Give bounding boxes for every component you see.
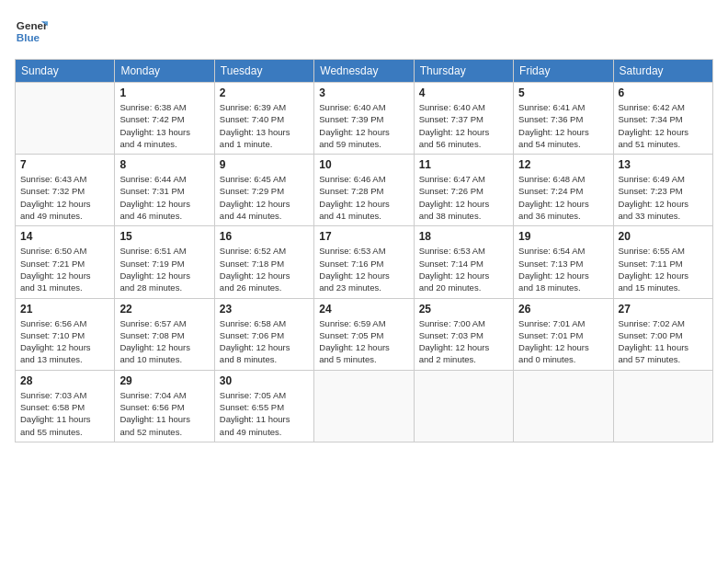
day-number: 29 [119, 374, 209, 387]
calendar-cell: 2Sunrise: 6:39 AM Sunset: 7:40 PM Daylig… [214, 83, 313, 155]
calendar-cell [514, 370, 613, 442]
calendar-cell [314, 370, 414, 442]
day-number: 1 [119, 86, 209, 99]
header-thursday: Thursday [414, 60, 513, 83]
calendar-cell: 4Sunrise: 6:40 AM Sunset: 7:37 PM Daylig… [414, 83, 513, 155]
day-info: Sunrise: 6:59 AM Sunset: 7:05 PM Dayligh… [319, 317, 408, 366]
day-number: 15 [119, 230, 209, 243]
header-sunday: Sunday [16, 60, 115, 83]
day-info: Sunrise: 6:50 AM Sunset: 7:21 PM Dayligh… [20, 245, 109, 293]
day-info: Sunrise: 7:00 AM Sunset: 7:03 PM Dayligh… [419, 317, 508, 366]
calendar-cell: 16Sunrise: 6:52 AM Sunset: 7:18 PM Dayli… [214, 226, 313, 298]
day-number: 17 [319, 230, 408, 243]
day-number: 21 [20, 303, 109, 316]
header-tuesday: Tuesday [214, 60, 313, 83]
calendar-cell: 13Sunrise: 6:49 AM Sunset: 7:23 PM Dayli… [613, 155, 712, 226]
day-info: Sunrise: 6:57 AM Sunset: 7:08 PM Dayligh… [119, 317, 209, 366]
day-number: 22 [119, 303, 209, 316]
calendar-cell: 6Sunrise: 6:42 AM Sunset: 7:34 PM Daylig… [613, 83, 712, 155]
day-number: 13 [619, 158, 708, 171]
week-row-4: 21Sunrise: 6:56 AM Sunset: 7:10 PM Dayli… [16, 298, 713, 370]
day-number: 8 [119, 158, 209, 171]
week-row-3: 14Sunrise: 6:50 AM Sunset: 7:21 PM Dayli… [16, 226, 713, 298]
weekday-header-row: SundayMondayTuesdayWednesdayThursdayFrid… [16, 60, 713, 83]
day-info: Sunrise: 6:52 AM Sunset: 7:18 PM Dayligh… [220, 245, 309, 293]
calendar-cell: 15Sunrise: 6:51 AM Sunset: 7:19 PM Dayli… [115, 226, 214, 298]
week-row-5: 28Sunrise: 7:03 AM Sunset: 6:58 PM Dayli… [16, 370, 713, 442]
day-info: Sunrise: 6:54 AM Sunset: 7:13 PM Dayligh… [518, 245, 608, 293]
day-number: 23 [220, 303, 309, 316]
calendar-cell: 1Sunrise: 6:38 AM Sunset: 7:42 PM Daylig… [115, 83, 214, 155]
day-info: Sunrise: 6:44 AM Sunset: 7:31 PM Dayligh… [119, 173, 209, 222]
calendar-cell: 9Sunrise: 6:45 AM Sunset: 7:29 PM Daylig… [214, 155, 313, 226]
day-number: 4 [419, 86, 508, 99]
day-info: Sunrise: 6:39 AM Sunset: 7:40 PM Dayligh… [220, 101, 309, 150]
calendar-cell: 23Sunrise: 6:58 AM Sunset: 7:06 PM Dayli… [214, 298, 313, 370]
day-info: Sunrise: 7:03 AM Sunset: 6:58 PM Dayligh… [20, 389, 109, 438]
day-number: 16 [220, 230, 309, 243]
calendar-cell: 14Sunrise: 6:50 AM Sunset: 7:21 PM Dayli… [16, 226, 115, 298]
day-number: 7 [20, 158, 109, 171]
week-row-1: 1Sunrise: 6:38 AM Sunset: 7:42 PM Daylig… [16, 83, 713, 155]
logo: General Blue [15, 15, 48, 48]
day-info: Sunrise: 6:38 AM Sunset: 7:42 PM Dayligh… [119, 101, 209, 150]
svg-text:General: General [17, 19, 48, 31]
day-info: Sunrise: 6:42 AM Sunset: 7:34 PM Dayligh… [619, 101, 708, 150]
calendar-cell [613, 370, 712, 442]
day-number: 3 [319, 86, 408, 99]
calendar-cell: 8Sunrise: 6:44 AM Sunset: 7:31 PM Daylig… [115, 155, 214, 226]
day-number: 11 [419, 158, 508, 171]
day-number: 25 [419, 303, 508, 316]
calendar-cell [414, 370, 513, 442]
calendar-cell: 7Sunrise: 6:43 AM Sunset: 7:32 PM Daylig… [16, 155, 115, 226]
day-info: Sunrise: 7:02 AM Sunset: 7:00 PM Dayligh… [619, 317, 708, 366]
day-info: Sunrise: 6:56 AM Sunset: 7:10 PM Dayligh… [20, 317, 109, 366]
calendar-cell: 10Sunrise: 6:46 AM Sunset: 7:28 PM Dayli… [314, 155, 414, 226]
day-info: Sunrise: 6:55 AM Sunset: 7:11 PM Dayligh… [619, 245, 708, 293]
day-info: Sunrise: 6:49 AM Sunset: 7:23 PM Dayligh… [619, 173, 708, 222]
calendar-cell: 17Sunrise: 6:53 AM Sunset: 7:16 PM Dayli… [314, 226, 414, 298]
day-number: 14 [20, 230, 109, 243]
day-info: Sunrise: 6:43 AM Sunset: 7:32 PM Dayligh… [20, 173, 109, 222]
calendar-cell: 11Sunrise: 6:47 AM Sunset: 7:26 PM Dayli… [414, 155, 513, 226]
day-number: 30 [220, 374, 309, 387]
day-number: 20 [619, 230, 708, 243]
calendar-cell: 30Sunrise: 7:05 AM Sunset: 6:55 PM Dayli… [214, 370, 313, 442]
day-info: Sunrise: 7:04 AM Sunset: 6:56 PM Dayligh… [119, 389, 209, 438]
day-info: Sunrise: 6:58 AM Sunset: 7:06 PM Dayligh… [220, 317, 309, 366]
calendar-cell: 21Sunrise: 6:56 AM Sunset: 7:10 PM Dayli… [16, 298, 115, 370]
calendar-cell: 27Sunrise: 7:02 AM Sunset: 7:00 PM Dayli… [613, 298, 712, 370]
day-number: 10 [319, 158, 408, 171]
header-wednesday: Wednesday [314, 60, 414, 83]
calendar-cell: 22Sunrise: 6:57 AM Sunset: 7:08 PM Dayli… [115, 298, 214, 370]
week-row-2: 7Sunrise: 6:43 AM Sunset: 7:32 PM Daylig… [16, 155, 713, 226]
day-info: Sunrise: 6:40 AM Sunset: 7:37 PM Dayligh… [419, 101, 508, 150]
day-number: 27 [619, 303, 708, 316]
logo-icon: General Blue [15, 15, 48, 48]
day-info: Sunrise: 7:05 AM Sunset: 6:55 PM Dayligh… [220, 389, 309, 438]
calendar-cell: 26Sunrise: 7:01 AM Sunset: 7:01 PM Dayli… [514, 298, 613, 370]
day-number: 19 [518, 230, 608, 243]
day-number: 18 [419, 230, 508, 243]
day-number: 26 [518, 303, 608, 316]
calendar-cell: 24Sunrise: 6:59 AM Sunset: 7:05 PM Dayli… [314, 298, 414, 370]
day-number: 12 [518, 158, 608, 171]
calendar-cell: 5Sunrise: 6:41 AM Sunset: 7:36 PM Daylig… [514, 83, 613, 155]
day-info: Sunrise: 6:47 AM Sunset: 7:26 PM Dayligh… [419, 173, 508, 222]
calendar-cell: 12Sunrise: 6:48 AM Sunset: 7:24 PM Dayli… [514, 155, 613, 226]
calendar-cell: 28Sunrise: 7:03 AM Sunset: 6:58 PM Dayli… [16, 370, 115, 442]
page-header: General Blue [15, 15, 713, 48]
day-info: Sunrise: 6:46 AM Sunset: 7:28 PM Dayligh… [319, 173, 408, 222]
calendar-table: SundayMondayTuesdayWednesdayThursdayFrid… [15, 59, 713, 442]
day-info: Sunrise: 6:45 AM Sunset: 7:29 PM Dayligh… [220, 173, 309, 222]
day-info: Sunrise: 7:01 AM Sunset: 7:01 PM Dayligh… [518, 317, 608, 366]
calendar-cell: 19Sunrise: 6:54 AM Sunset: 7:13 PM Dayli… [514, 226, 613, 298]
day-number: 5 [518, 86, 608, 99]
header-saturday: Saturday [613, 60, 712, 83]
day-number: 6 [619, 86, 708, 99]
header-friday: Friday [514, 60, 613, 83]
calendar-cell: 25Sunrise: 7:00 AM Sunset: 7:03 PM Dayli… [414, 298, 513, 370]
calendar-cell: 20Sunrise: 6:55 AM Sunset: 7:11 PM Dayli… [613, 226, 712, 298]
header-monday: Monday [115, 60, 214, 83]
calendar-cell: 3Sunrise: 6:40 AM Sunset: 7:39 PM Daylig… [314, 83, 414, 155]
